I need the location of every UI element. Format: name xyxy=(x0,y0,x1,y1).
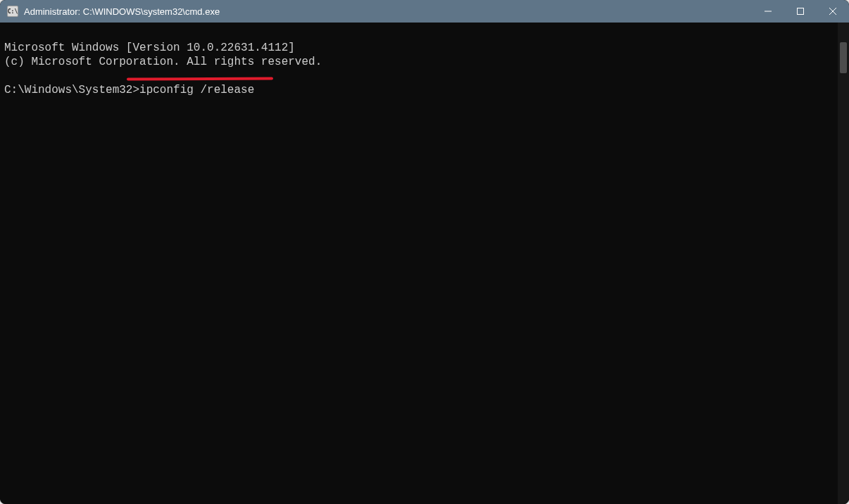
minimize-button[interactable] xyxy=(752,0,784,23)
terminal-output[interactable]: Microsoft Windows [Version 10.0.22631.41… xyxy=(0,23,838,504)
typed-command: ipconfig /release xyxy=(139,84,254,96)
version-line: Microsoft Windows [Version 10.0.22631.41… xyxy=(4,42,295,54)
cmd-window: C:\ Administrator: C:\WINDOWS\system32\c… xyxy=(0,0,849,504)
terminal-area: Microsoft Windows [Version 10.0.22631.41… xyxy=(0,23,849,504)
window-title: Administrator: C:\WINDOWS\system32\cmd.e… xyxy=(24,6,220,17)
prompt-line: C:\Windows\System32>ipconfig /release xyxy=(4,84,254,96)
close-button[interactable] xyxy=(817,0,849,23)
cmd-app-icon: C:\ xyxy=(7,6,18,17)
window-controls xyxy=(752,0,849,23)
prompt-path: C:\Windows\System32> xyxy=(4,84,139,96)
red-underline-annotation xyxy=(127,77,273,80)
maximize-button[interactable] xyxy=(784,0,817,23)
copyright-line: (c) Microsoft Corporation. All rights re… xyxy=(4,56,322,68)
titlebar[interactable]: C:\ Administrator: C:\WINDOWS\system32\c… xyxy=(0,0,849,23)
svg-rect-1 xyxy=(798,8,804,15)
scrollbar-thumb[interactable] xyxy=(840,42,847,73)
vertical-scrollbar[interactable] xyxy=(838,23,849,504)
